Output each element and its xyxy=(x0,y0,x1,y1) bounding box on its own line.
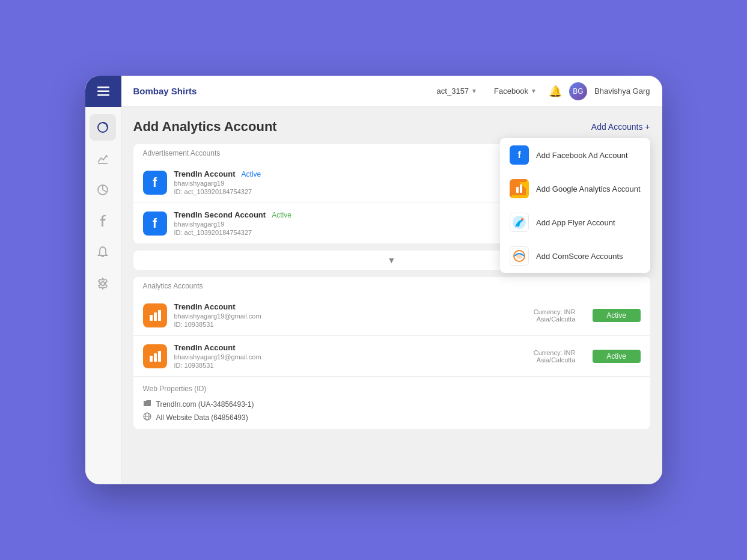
add-appflyer-label: Add App Flyer Account xyxy=(536,218,615,227)
svg-rect-9 xyxy=(516,187,519,193)
hamburger-button[interactable] xyxy=(85,76,121,107)
analytics-logo-icon xyxy=(143,303,167,327)
notification-bell-icon[interactable]: 🔔 xyxy=(549,85,562,98)
account-info: TrendIn Account bhavishyagarg19@gmail.co… xyxy=(174,302,508,328)
facebook-icon: f xyxy=(510,145,529,165)
topnav-right: act_3157 ▼ Facebook ▼ 🔔 BG Bhavishya Gar… xyxy=(432,82,662,100)
web-property-label: All Website Data (64856493) xyxy=(156,413,248,422)
account-name: TrendIn Account xyxy=(174,302,508,311)
account-email: bhavishyagarg19@gmail.com xyxy=(174,312,508,320)
svg-rect-0 xyxy=(97,87,109,88)
active-badge: Active xyxy=(593,350,641,363)
add-comscore-label: Add ComScore Accounts xyxy=(536,252,623,261)
sidebar xyxy=(85,107,121,484)
sidebar-item-analytics[interactable] xyxy=(90,114,116,141)
user-name: Bhavishya Garg xyxy=(594,87,650,96)
page-title: Add Analytics Account xyxy=(133,119,277,135)
list-item: TrendIn.com (UA-34856493-1) xyxy=(143,398,641,410)
account-timezone: Asia/Calcutta xyxy=(516,315,576,323)
svg-rect-17 xyxy=(158,310,161,321)
web-property-label: TrendIn.com (UA-34856493-1) xyxy=(156,400,254,409)
account-timezone: Asia/Calcutta xyxy=(516,356,576,364)
svg-rect-16 xyxy=(154,312,157,321)
svg-point-6 xyxy=(101,282,105,285)
add-accounts-button[interactable]: Add Accounts + xyxy=(591,122,650,132)
add-app-flyer-item[interactable]: Add App Flyer Account xyxy=(500,205,650,239)
account-id: ID: 10938531 xyxy=(174,321,508,328)
analytics-section-label: Analytics Accounts xyxy=(133,277,650,295)
active-badge: Active xyxy=(593,309,641,322)
chevron-down-icon[interactable]: ▼ xyxy=(388,255,396,265)
account-currency: Currency: INR xyxy=(516,349,576,356)
sidebar-item-settings[interactable] xyxy=(90,270,116,297)
account-status-green: Active xyxy=(272,211,291,219)
web-properties-title: Web Properties (ID) xyxy=(143,385,641,393)
svg-rect-15 xyxy=(150,315,153,321)
avatar: BG xyxy=(569,82,587,100)
add-comscore-item[interactable]: Add ComScore Accounts xyxy=(500,239,650,273)
svg-point-12 xyxy=(521,218,523,221)
account-currency: Currency: INR xyxy=(516,308,576,315)
add-google-analytics-item[interactable]: Add Google Analytics Account xyxy=(500,172,650,205)
svg-rect-10 xyxy=(520,184,522,193)
main-layout: Add Analytics Account Add Accounts + f A… xyxy=(85,107,662,484)
analytics-logo-icon xyxy=(143,344,167,368)
platform-dropdown[interactable]: Facebook ▼ xyxy=(489,84,541,98)
sidebar-item-facebook[interactable] xyxy=(90,208,116,234)
account-id: ID: 10938531 xyxy=(174,362,508,369)
add-facebook-label: Add Facebook Ad Account xyxy=(536,151,628,160)
table-row: TrendIn Account bhavishyagarg19@gmail.co… xyxy=(133,336,650,377)
account-status-blue: Active xyxy=(242,170,261,178)
add-facebook-ad-account-item[interactable]: f Add Facebook Ad Account xyxy=(500,138,650,172)
account-email: bhavishyagarg19@gmail.com xyxy=(174,353,508,361)
svg-rect-20 xyxy=(158,351,161,362)
top-navigation: Bombay Shirts act_3157 ▼ Facebook ▼ 🔔 BG… xyxy=(85,76,662,107)
account-id-dropdown[interactable]: act_3157 ▼ xyxy=(432,84,482,98)
account-name: TrendIn Account xyxy=(174,169,236,178)
folder-icon xyxy=(143,400,151,409)
account-name: TrendIn Second Account xyxy=(174,210,266,219)
svg-rect-1 xyxy=(97,90,109,92)
sidebar-item-reports[interactable] xyxy=(90,145,116,172)
main-content: Add Analytics Account Add Accounts + f A… xyxy=(121,107,662,484)
page-header: Add Analytics Account Add Accounts + xyxy=(133,119,650,135)
facebook-logo-icon: f xyxy=(143,171,167,195)
account-name: TrendIn Account xyxy=(174,343,508,352)
google-analytics-icon xyxy=(510,179,529,198)
svg-rect-2 xyxy=(97,94,109,96)
list-item: All Website Data (64856493) xyxy=(143,410,641,424)
sidebar-item-pie[interactable] xyxy=(90,177,116,203)
web-properties-section: Web Properties (ID) TrendIn.com (UA-3485… xyxy=(133,377,650,429)
analytics-accounts-section: Analytics Accounts TrendIn Account bhavi… xyxy=(133,277,650,429)
brand-name: Bombay Shirts xyxy=(121,86,432,96)
device-frame: Bombay Shirts act_3157 ▼ Facebook ▼ 🔔 BG… xyxy=(85,76,662,484)
facebook-logo-icon: f xyxy=(143,212,167,236)
chevron-down-icon: ▼ xyxy=(471,88,477,94)
svg-rect-18 xyxy=(150,356,153,362)
account-meta: Currency: INR Asia/Calcutta xyxy=(516,308,576,323)
add-accounts-dropdown: f Add Facebook Ad Account Add Google Ana… xyxy=(500,138,650,273)
comscore-icon xyxy=(510,246,529,266)
sidebar-item-notifications[interactable] xyxy=(90,239,116,266)
add-ga-label: Add Google Analytics Account xyxy=(536,184,640,193)
account-meta: Currency: INR Asia/Calcutta xyxy=(516,349,576,364)
svg-rect-19 xyxy=(154,353,157,362)
chevron-down-icon: ▼ xyxy=(531,88,537,94)
app-flyer-icon xyxy=(510,213,529,232)
globe-icon xyxy=(143,412,151,422)
table-row: TrendIn Account bhavishyagarg19@gmail.co… xyxy=(133,295,650,336)
account-info: TrendIn Account bhavishyagarg19@gmail.co… xyxy=(174,343,508,369)
